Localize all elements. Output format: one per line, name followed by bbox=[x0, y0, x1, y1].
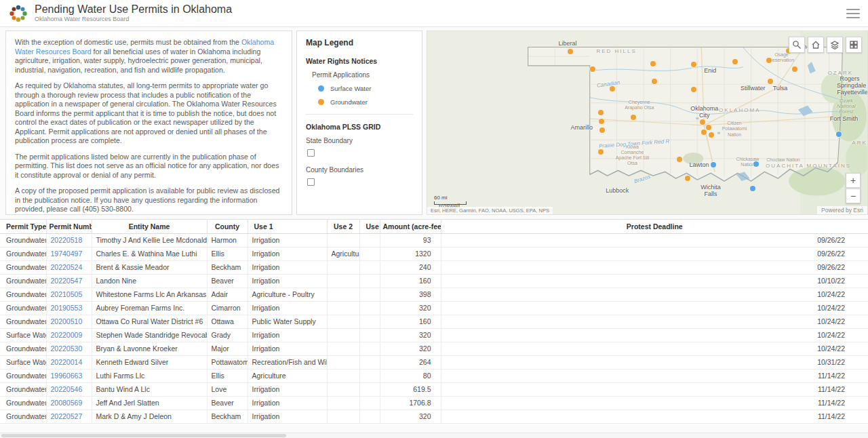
zoom-out-button[interactable]: − bbox=[846, 188, 861, 203]
zoom-in-button[interactable]: + bbox=[846, 173, 861, 188]
table-cell: Groundwater bbox=[0, 301, 46, 315]
table-cell: Irrigation bbox=[248, 301, 327, 315]
permit-number-link[interactable]: 20220009 bbox=[46, 328, 92, 342]
table-cell: Ottawa bbox=[207, 315, 248, 328]
table-row[interactable]: Groundwater20220524Brent & Kassie Meador… bbox=[0, 260, 868, 274]
table-row[interactable]: Groundwater20220530Bryan & Lavonne Kroek… bbox=[0, 342, 868, 355]
groundwater-point[interactable] bbox=[652, 79, 657, 84]
table-cell bbox=[359, 328, 380, 342]
permit-number-link[interactable]: 20220518 bbox=[46, 233, 92, 247]
groundwater-point[interactable] bbox=[768, 79, 773, 84]
groundwater-point[interactable] bbox=[691, 62, 696, 67]
table-row[interactable]: Groundwater19960663Luthi Farms LlcEllisA… bbox=[0, 369, 868, 382]
table-cell: Groundwater bbox=[0, 274, 46, 287]
county-boundaries-checkbox[interactable] bbox=[307, 178, 315, 186]
layers-icon[interactable] bbox=[827, 37, 843, 53]
groundwater-point[interactable] bbox=[701, 130, 707, 135]
table-cell: Irrigation bbox=[248, 328, 327, 342]
table-row[interactable]: Surface Water20220009Stephen Wade Standr… bbox=[0, 328, 868, 342]
scrollbar-thumb[interactable] bbox=[1, 434, 286, 437]
column-header[interactable]: Amount (acre-feet) bbox=[380, 220, 441, 233]
hamburger-menu-icon[interactable] bbox=[846, 8, 860, 19]
column-header[interactable]: Entity Name bbox=[92, 220, 207, 233]
table-row[interactable]: Groundwater20190553Aubrey Foreman Farms … bbox=[0, 301, 868, 315]
surface-water-point[interactable] bbox=[836, 132, 842, 137]
table-cell bbox=[327, 369, 359, 382]
groundwater-point[interactable] bbox=[700, 119, 705, 125]
permit-number-link[interactable]: 20210505 bbox=[46, 287, 92, 301]
column-header[interactable]: Use 3 bbox=[359, 220, 380, 233]
permit-number-link[interactable]: 20220527 bbox=[46, 410, 92, 423]
table-cell: Groundwater bbox=[0, 369, 46, 382]
groundwater-point[interactable] bbox=[599, 119, 604, 124]
groundwater-point[interactable] bbox=[709, 132, 714, 138]
groundwater-point[interactable] bbox=[650, 61, 656, 66]
permit-number-link[interactable]: 19740497 bbox=[46, 247, 92, 260]
permit-number-link[interactable]: 20220530 bbox=[46, 342, 92, 355]
permit-number-link[interactable]: 20220547 bbox=[46, 274, 92, 287]
table-row[interactable]: Groundwater20200510Ottawa Co Rural Water… bbox=[0, 315, 868, 328]
column-header[interactable]: Protest Deadline bbox=[441, 220, 868, 233]
permit-number-link[interactable]: 20080569 bbox=[46, 396, 92, 410]
groundwater-point[interactable] bbox=[599, 127, 605, 133]
groundwater-point[interactable] bbox=[685, 176, 690, 181]
groundwater-point[interactable] bbox=[706, 125, 711, 130]
column-header[interactable]: Use 1 bbox=[248, 220, 327, 233]
table-cell: Cimarron bbox=[207, 301, 248, 315]
groundwater-point[interactable] bbox=[677, 157, 682, 162]
groundwater-point[interactable] bbox=[598, 149, 604, 155]
map-canvas[interactable]: LiberalRED HILLSEnidOsage ReservationJop… bbox=[427, 31, 867, 214]
column-header[interactable]: Permit Type bbox=[0, 220, 46, 233]
state-boundary-checkbox[interactable] bbox=[307, 149, 315, 157]
state-boundary-label: State Boundary bbox=[306, 137, 413, 144]
basemap-icon[interactable] bbox=[846, 37, 862, 53]
column-header[interactable]: County bbox=[207, 220, 248, 233]
groundwater-point[interactable] bbox=[691, 87, 696, 92]
table-row[interactable]: Groundwater20220547Landon NineBeaverIrri… bbox=[0, 274, 868, 287]
table-row[interactable]: Groundwater20210505Whitestone Farms Llc … bbox=[0, 287, 868, 301]
table-cell: Brent & Kassie Meador bbox=[92, 260, 207, 274]
table-cell: Ottawa Co Rural Water District #6 bbox=[92, 315, 207, 328]
permit-number-link[interactable]: 20190553 bbox=[46, 301, 92, 315]
permit-number-link[interactable]: 20200510 bbox=[46, 315, 92, 328]
permit-number-link[interactable]: 20220014 bbox=[46, 355, 92, 369]
surface-water-point[interactable] bbox=[753, 161, 759, 167]
permit-number-link[interactable]: 20220546 bbox=[46, 382, 92, 396]
groundwater-point[interactable] bbox=[598, 110, 604, 115]
table-cell: Surface Water bbox=[0, 355, 46, 369]
groundwater-point[interactable] bbox=[590, 66, 595, 72]
groundwater-point[interactable] bbox=[568, 49, 573, 54]
table-cell: 160 bbox=[380, 315, 441, 328]
permit-number-link[interactable]: 19960663 bbox=[46, 369, 92, 382]
groundwater-point[interactable] bbox=[792, 66, 797, 72]
map-legend-panel: Map Legend Water Rights Notices Permit A… bbox=[296, 31, 422, 215]
surface-water-point[interactable] bbox=[711, 162, 716, 167]
groundwater-point[interactable] bbox=[610, 86, 615, 92]
table-cell: 398 bbox=[380, 287, 441, 301]
table-cell bbox=[359, 410, 380, 423]
groundwater-point[interactable] bbox=[766, 58, 772, 63]
table-cell: Adair bbox=[207, 287, 248, 301]
surface-water-point[interactable] bbox=[750, 186, 755, 191]
table-row[interactable]: Groundwater20220527Mark D & Amy J Deleon… bbox=[0, 410, 868, 423]
table-cell: Whitestone Farms Llc An Arkansas Llc bbox=[92, 287, 207, 301]
home-icon[interactable] bbox=[808, 37, 824, 53]
table-row[interactable]: Groundwater20080569Jeff And Jerl Slatten… bbox=[0, 396, 868, 410]
groundwater-point[interactable] bbox=[631, 115, 636, 120]
horizontal-scrollbar[interactable] bbox=[0, 433, 868, 438]
column-header[interactable]: Permit Number bbox=[46, 220, 92, 233]
permit-number-link[interactable]: 20220524 bbox=[46, 260, 92, 274]
search-icon[interactable] bbox=[789, 37, 805, 53]
table-row[interactable]: Surface Water20220014Kenneth Edward Silv… bbox=[0, 355, 868, 369]
column-header[interactable]: Use 2 bbox=[327, 220, 359, 233]
table-cell: 1320 bbox=[380, 247, 441, 260]
groundwater-point[interactable] bbox=[732, 59, 738, 64]
table-cell: 10/24/22 bbox=[441, 328, 868, 342]
table-row[interactable]: Groundwater20220518Timothy J And Kellie … bbox=[0, 233, 868, 247]
table-cell: Jeff And Jerl Slatten bbox=[92, 396, 207, 410]
map-toolbar bbox=[789, 37, 862, 53]
table-row[interactable]: Groundwater20220546Bantu Wind A LlcLoveI… bbox=[0, 382, 868, 396]
top-row: With the exception of domestic use, perm… bbox=[5, 31, 868, 215]
table-row[interactable]: Groundwater19740497Charles E. & Wathina … bbox=[0, 247, 868, 260]
info-paragraph-1: With the exception of domestic use, perm… bbox=[15, 38, 283, 75]
